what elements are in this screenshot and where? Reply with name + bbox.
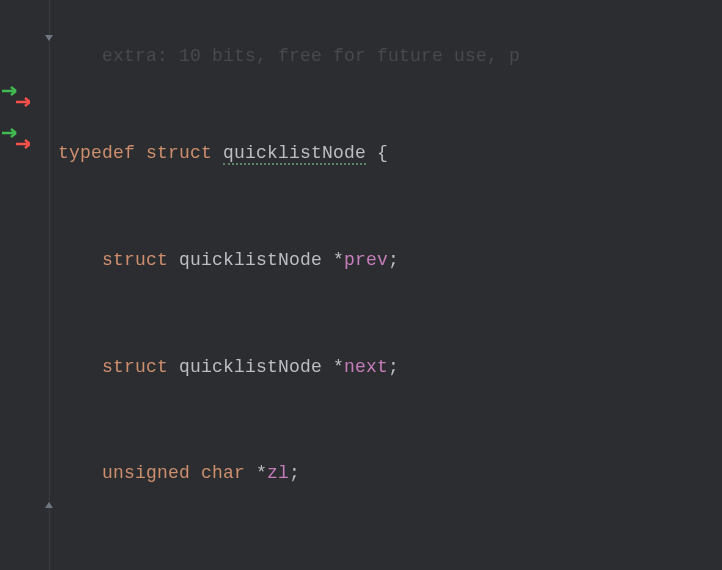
gutter: [0, 0, 50, 570]
fold-open-icon[interactable]: [43, 32, 55, 44]
fold-close-icon[interactable]: [43, 499, 55, 511]
field-prev: prev: [344, 250, 388, 270]
vcs-change-marker-icon[interactable]: [2, 128, 30, 150]
indent: [58, 250, 102, 270]
comment-text: extra: 10 bits, free for future use, p: [58, 46, 520, 66]
semicolon: ;: [388, 357, 399, 377]
code-line: extra: 10 bits, free for future use, p: [58, 45, 722, 67]
code-line: unsigned char *zl;: [58, 452, 722, 494]
code-area[interactable]: extra: 10 bits, free for future use, p t…: [50, 0, 722, 570]
code-line: typedef struct quicklistNode {: [58, 132, 722, 174]
star: *: [322, 250, 344, 270]
indent: [58, 463, 102, 483]
type-name: quicklistNode: [179, 250, 322, 270]
star: *: [322, 357, 344, 377]
brace-open: {: [366, 143, 388, 163]
vcs-change-marker-icon[interactable]: [2, 86, 30, 108]
code-line: struct quicklistNode *prev;: [58, 239, 722, 281]
keyword-struct: struct: [102, 250, 168, 270]
type-name: quicklistNode: [179, 357, 322, 377]
keyword-char: char: [201, 463, 245, 483]
code-line: struct quicklistNode *next;: [58, 346, 722, 388]
keyword-struct: struct: [102, 357, 168, 377]
semicolon: ;: [388, 250, 399, 270]
keyword-typedef: typedef: [58, 143, 135, 163]
field-next: next: [344, 357, 388, 377]
semicolon: ;: [289, 463, 300, 483]
keyword-unsigned: unsigned: [102, 463, 190, 483]
code-line: unsigned int sz; /* zipli: [58, 559, 722, 570]
star: *: [245, 463, 267, 483]
code-editor[interactable]: extra: 10 bits, free for future use, p t…: [0, 0, 722, 570]
indent: [58, 357, 102, 377]
keyword-struct: struct: [146, 143, 212, 163]
struct-name: quicklistNode: [223, 143, 366, 165]
field-zl: zl: [267, 463, 289, 483]
